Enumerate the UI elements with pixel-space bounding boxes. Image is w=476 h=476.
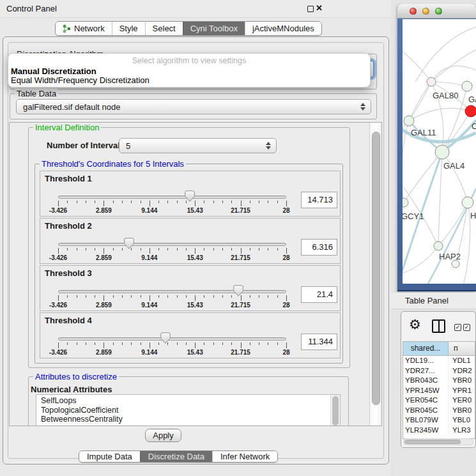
tick-mark bbox=[268, 295, 268, 298]
cell-shared-name: YLR345W bbox=[403, 426, 449, 434]
tick-mark bbox=[195, 248, 196, 254]
table-row[interactable]: YDL19...YDL1 bbox=[403, 356, 475, 366]
minimize-traffic-light-icon[interactable] bbox=[422, 8, 429, 15]
slider-track[interactable] bbox=[58, 290, 286, 293]
tick-mark bbox=[122, 248, 123, 250]
tick-mark bbox=[259, 295, 259, 298]
apply-button[interactable]: Apply bbox=[145, 429, 181, 442]
tick-mark bbox=[67, 295, 68, 298]
tick-mark bbox=[95, 201, 95, 203]
tab-label: Impute Data bbox=[87, 451, 132, 462]
numerical-attributes-list[interactable]: SelfLoopsTopologicalCoefficientBetweenne… bbox=[36, 394, 341, 426]
network-node-hap2[interactable] bbox=[434, 242, 443, 250]
tab-cyni-toolbox[interactable]: Cyni Toolbox bbox=[183, 22, 245, 35]
tick-label: 9.144 bbox=[141, 302, 157, 309]
tab-impute-data[interactable]: Impute Data bbox=[79, 451, 140, 462]
network-node-gal80[interactable] bbox=[427, 77, 436, 86]
table-row[interactable]: YDR27...YDR2 bbox=[403, 366, 475, 376]
slider-track[interactable] bbox=[58, 337, 286, 341]
tick-mark bbox=[131, 342, 132, 345]
slider-thumb[interactable] bbox=[233, 285, 243, 296]
cell-name: YBR0 bbox=[449, 376, 475, 386]
slider-track[interactable] bbox=[58, 196, 286, 199]
network-node-c[interactable] bbox=[465, 105, 476, 117]
settings-scrollpane: Interval Definition Number of Intervals … bbox=[9, 122, 382, 426]
tab-network[interactable]: Network bbox=[56, 22, 112, 35]
table-row[interactable]: YPR145WYPR1 bbox=[403, 386, 475, 396]
tab-select[interactable]: Select bbox=[145, 22, 183, 35]
table-row[interactable]: YBR045CYBR0 bbox=[403, 406, 475, 416]
table-row[interactable]: YER054CYER0 bbox=[403, 395, 475, 406]
column-header-name[interactable]: n bbox=[449, 342, 475, 355]
attribute-list-item[interactable]: TopologicalCoefficient bbox=[36, 406, 340, 415]
tick-mark bbox=[177, 295, 178, 298]
tab-jactivemnodules[interactable]: jActiveMNodules bbox=[245, 22, 321, 35]
thresholds-group: Threshold's Coordinates for 5 Intervals … bbox=[35, 164, 343, 364]
threshold-value-field[interactable]: 14.713 bbox=[301, 192, 337, 208]
checkbox-icon[interactable]: ✓ bbox=[454, 324, 461, 331]
tick-mark bbox=[277, 201, 278, 203]
tick-mark bbox=[67, 342, 68, 345]
tick-label: 2.859 bbox=[96, 254, 112, 261]
cell-name: YPR1 bbox=[449, 386, 475, 396]
threshold-value-field[interactable]: 6.316 bbox=[301, 239, 337, 256]
tick-mark bbox=[167, 248, 168, 250]
attribute-list-item[interactable]: BetweennessCentrality bbox=[36, 415, 340, 424]
table-row[interactable]: YBL079WYBL0 bbox=[403, 415, 475, 426]
column-split-icon[interactable] bbox=[432, 319, 445, 333]
network-canvas[interactable]: GAL80GACGAL11GAL4GCY1HHAP2 bbox=[403, 19, 476, 284]
network-node-gcy1[interactable] bbox=[403, 198, 408, 207]
table-hscrollbar[interactable] bbox=[403, 438, 473, 445]
float-window-icon[interactable] bbox=[307, 6, 314, 12]
main-scrollbar[interactable] bbox=[369, 123, 381, 426]
dropdown-option-manual-discretization[interactable]: Manual Discretization bbox=[11, 66, 96, 76]
tab-style[interactable]: Style bbox=[112, 22, 145, 35]
column-header-shared-name[interactable]: shared... bbox=[403, 342, 449, 355]
network-node-gal4[interactable] bbox=[435, 145, 449, 159]
close-traffic-light-icon[interactable] bbox=[410, 8, 417, 15]
node-label: GCY1 bbox=[403, 211, 424, 221]
tick-mark bbox=[204, 201, 204, 203]
tick-mark bbox=[177, 342, 178, 345]
close-icon[interactable]: ✕ bbox=[316, 3, 323, 13]
attribute-list-item[interactable]: SelfLoops bbox=[36, 396, 340, 406]
network-node-ga[interactable] bbox=[462, 81, 472, 91]
tick-label: 2.859 bbox=[96, 207, 112, 214]
network-node-h[interactable] bbox=[462, 197, 473, 208]
number-of-intervals-combobox[interactable]: 5 bbox=[119, 138, 277, 153]
dropdown-option-equal-width-frequency[interactable]: Equal Width/Frequency Discretization bbox=[11, 75, 150, 85]
network-node-gal11[interactable] bbox=[404, 116, 414, 126]
tick-label: 28 bbox=[282, 302, 289, 309]
tick-mark bbox=[141, 342, 141, 345]
tick-label: 21.715 bbox=[231, 302, 250, 309]
tick-mark bbox=[113, 295, 114, 298]
tab-label: Infer Network bbox=[220, 451, 270, 462]
tick-mark bbox=[104, 342, 104, 348]
tab-discretize-data[interactable]: Discretize Data bbox=[140, 451, 212, 462]
table-row[interactable]: YLR345WYLR3 bbox=[403, 426, 475, 434]
list-scrollbar[interactable] bbox=[330, 395, 340, 426]
tick-label: 21.715 bbox=[231, 207, 250, 214]
threshold-value-field[interactable]: 21.4 bbox=[301, 286, 337, 303]
list-scrollbar-thumb[interactable] bbox=[332, 396, 339, 426]
tick-label: 28 bbox=[282, 349, 289, 356]
tick-mark bbox=[95, 248, 95, 250]
tick-mark bbox=[286, 248, 287, 254]
tick-mark bbox=[277, 342, 278, 345]
main-scrollbar-thumb[interactable] bbox=[372, 132, 380, 405]
threshold-value-field[interactable]: 11.344 bbox=[301, 334, 337, 350]
checkbox-icon[interactable]: ✓ bbox=[463, 324, 470, 331]
tab-infer-network[interactable]: Infer Network bbox=[212, 451, 277, 462]
zoom-traffic-light-icon[interactable] bbox=[435, 8, 442, 15]
table-data-combobox[interactable]: galFiltered.sif default node bbox=[16, 99, 371, 114]
slider-track[interactable] bbox=[58, 243, 286, 246]
network-window-titlebar bbox=[397, 4, 476, 19]
tick-mark bbox=[213, 201, 214, 203]
slider-thumb[interactable] bbox=[124, 238, 134, 249]
slider-thumb[interactable] bbox=[160, 332, 171, 344]
tick-mark bbox=[268, 342, 268, 345]
gear-icon[interactable]: ⚙ bbox=[409, 317, 421, 332]
table-row[interactable]: YBR043CYBR0 bbox=[403, 376, 475, 386]
table-hscrollbar-thumb[interactable] bbox=[404, 440, 461, 444]
tick-mark bbox=[259, 248, 259, 250]
